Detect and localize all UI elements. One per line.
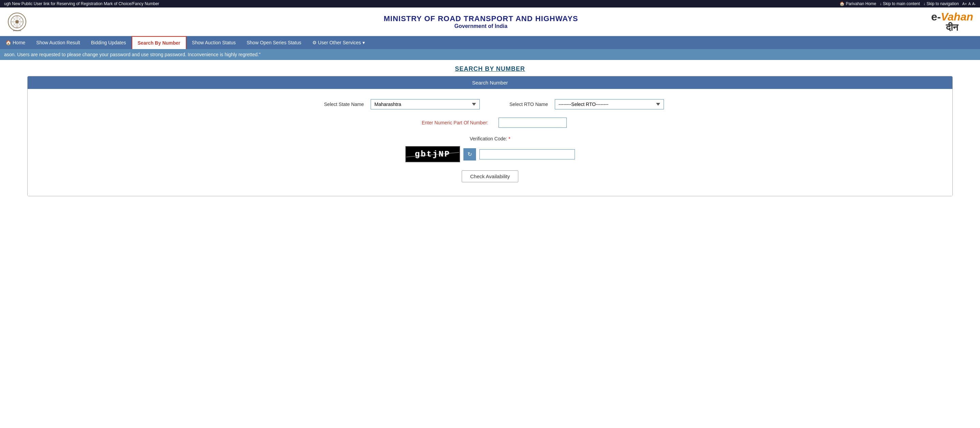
captcha-refresh-button[interactable]: ↻ xyxy=(463,148,476,160)
emblem-icon: सत्यमेव जयते xyxy=(7,11,27,32)
header: सत्यमेव जयते MINISTRY OF ROAD TRANSPORT … xyxy=(0,8,980,36)
font-size-controls: A+ A A- xyxy=(962,2,976,6)
page-title: SEARCH BY NUMBER xyxy=(0,65,980,73)
dropdown-arrow-icon: ▾ xyxy=(363,40,365,45)
font-size-large[interactable]: A+ xyxy=(962,2,967,6)
rto-select[interactable]: --------Select RTO-------- xyxy=(555,99,664,109)
top-bar-right: 🏠 Parivahan Home ↓ Skip to main content … xyxy=(840,2,976,6)
nav-user-other-services[interactable]: ⚙ User Other Services ▾ xyxy=(307,36,370,49)
home-icon: 🏠 xyxy=(5,40,11,45)
svg-text:सत्यमेव जयते: सत्यमेव जयते xyxy=(13,30,21,32)
form-header: Search Number xyxy=(28,76,952,89)
font-size-normal[interactable]: A xyxy=(969,2,971,6)
rto-group: Select RTO Name --------Select RTO------… xyxy=(500,99,664,109)
state-group: Select State Name Maharashtra xyxy=(316,99,480,109)
verification-label: Verification Code: xyxy=(469,136,507,141)
numeric-label: Enter Numeric Part Of Number: xyxy=(413,120,488,125)
nav-home[interactable]: 🏠 Home xyxy=(0,36,31,49)
govt-subtitle: Government of India xyxy=(31,23,931,29)
brand-dlen: दीन xyxy=(931,23,973,32)
other-services-icon: ⚙ xyxy=(312,40,317,45)
font-size-small[interactable]: A- xyxy=(972,2,976,6)
brand-e: e- xyxy=(931,11,941,23)
rto-label: Select RTO Name xyxy=(500,101,548,107)
state-select[interactable]: Maharashtra xyxy=(371,99,480,109)
nav-auction-status[interactable]: Show Auction Status xyxy=(186,36,241,49)
captcha-input[interactable] xyxy=(479,149,575,160)
brand-logo: e-Vahan दीन xyxy=(931,11,973,32)
nav-open-series-status[interactable]: Show Open Series Status xyxy=(241,36,307,49)
header-title: MINISTRY OF ROAD TRANSPORT AND HIGHWAYS … xyxy=(31,14,931,29)
refresh-icon: ↻ xyxy=(468,151,472,157)
parivahan-home-link[interactable]: 🏠 Parivahan Home xyxy=(840,2,877,6)
ministry-title: MINISTRY OF ROAD TRANSPORT AND HIGHWAYS xyxy=(31,14,931,23)
captcha-image: gbtjNP xyxy=(406,146,460,162)
top-bar-marquee: ugh New Public User link for Reserving o… xyxy=(4,2,840,6)
nav-bidding-updates[interactable]: Bidding Updates xyxy=(86,36,132,49)
submit-row: Check Availability xyxy=(41,170,939,182)
required-asterisk: * xyxy=(508,136,510,141)
verification-row: Verification Code: * gbtjNP ↻ xyxy=(41,136,939,162)
numeric-row: Enter Numeric Part Of Number: xyxy=(41,117,939,128)
top-bar: ugh New Public User link for Reserving o… xyxy=(0,0,980,8)
skip-nav-link[interactable]: ↓ Skip to navigation xyxy=(923,2,959,6)
state-label: Select State Name xyxy=(316,101,364,107)
state-rto-row: Select State Name Maharashtra Select RTO… xyxy=(41,99,939,109)
marquee-bar: ason. Users are requested to please chan… xyxy=(0,49,980,60)
check-availability-button[interactable]: Check Availability xyxy=(462,170,518,182)
nav-auction-result[interactable]: Show Auction Result xyxy=(31,36,85,49)
skip-main-link[interactable]: ↓ Skip to main content xyxy=(880,2,920,6)
brand-vahan: Vahan xyxy=(941,11,973,23)
form-body: Select State Name Maharashtra Select RTO… xyxy=(28,89,952,196)
nav-search-by-number[interactable]: Search By Number xyxy=(132,36,186,49)
navbar: 🏠 Home Show Auction Result Bidding Updat… xyxy=(0,36,980,49)
search-form-container: Search Number Select State Name Maharash… xyxy=(27,76,953,196)
numeric-input[interactable] xyxy=(498,117,567,128)
logo: सत्यमेव जयते xyxy=(7,11,31,32)
